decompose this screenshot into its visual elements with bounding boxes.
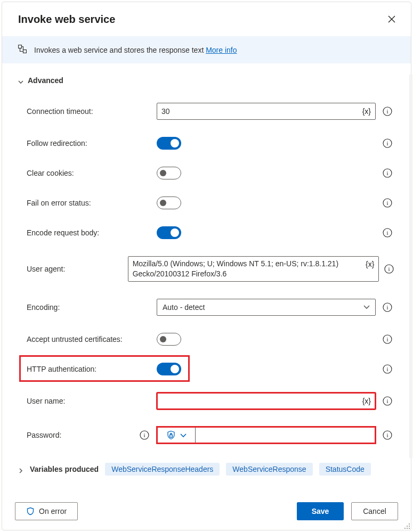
info-icon[interactable]: i (383, 198, 392, 208)
row-follow-redirection: Follow redirection: i (18, 128, 395, 158)
insert-variable-button[interactable]: {x} (366, 260, 374, 268)
svg-text:i: i (386, 230, 388, 236)
credential-picker-button[interactable] (157, 427, 195, 444)
row-encoding: Encoding: Auto - detect i (18, 290, 395, 324)
insert-variable-button[interactable]: {x} (362, 397, 371, 405)
accept-untrusted-certificates-label: Accept untrusted certificates: (27, 335, 123, 343)
svg-rect-0 (19, 45, 22, 48)
svg-text:i: i (386, 170, 388, 176)
info-banner: Invokes a web service and stores the res… (2, 36, 411, 63)
password-input[interactable] (195, 427, 376, 444)
variables-produced-label[interactable]: Variables produced (30, 465, 99, 473)
clear-cookies-toggle[interactable] (157, 167, 181, 179)
close-icon (388, 15, 395, 23)
invoke-web-service-dialog: Invoke web service Invokes a web service… (2, 2, 411, 530)
row-encode-request-body: Encode request body: i (18, 218, 395, 248)
svg-text:i: i (386, 366, 388, 372)
fail-on-error-status-label: Fail on error status: (27, 199, 91, 207)
row-accept-untrusted-certificates: Accept untrusted certificates: i (18, 324, 395, 354)
svg-text:i: i (386, 108, 388, 114)
svg-text:i: i (386, 200, 388, 206)
save-button[interactable]: Save (297, 502, 344, 520)
user-name-input[interactable]: {x} (157, 392, 376, 410)
row-user-agent: User agent: Mozilla/5.0 (Windows; U; Win… (18, 248, 395, 290)
advanced-section-header[interactable]: Advanced (18, 76, 395, 85)
clear-cookies-label: Clear cookies: (27, 169, 74, 177)
row-password: Password: i i (18, 418, 395, 452)
more-info-link[interactable]: More info (206, 46, 237, 54)
resize-grip[interactable] (403, 522, 410, 529)
info-icon[interactable]: i (383, 228, 392, 238)
fail-on-error-status-toggle[interactable] (157, 197, 181, 209)
cancel-button[interactable]: Cancel (351, 502, 398, 520)
encoding-select[interactable]: Auto - detect (157, 299, 376, 316)
svg-rect-1 (23, 50, 27, 53)
variable-pill[interactable]: WebServiceResponseHeaders (105, 463, 220, 476)
encode-request-body-toggle[interactable] (157, 226, 181, 239)
svg-rect-24 (169, 435, 172, 438)
password-input-group (157, 427, 376, 444)
row-http-authentication: HTTP authentication: i (18, 354, 395, 384)
http-authentication-toggle[interactable] (157, 363, 181, 375)
user-agent-label: User agent: (27, 265, 65, 273)
shield-lock-icon (166, 430, 176, 440)
accept-untrusted-certificates-toggle[interactable] (157, 333, 181, 346)
svg-text:i: i (388, 266, 390, 272)
info-icon[interactable]: i (383, 430, 392, 440)
connection-timeout-input[interactable]: 30 {x} (157, 103, 376, 120)
info-icon[interactable]: i (383, 168, 392, 178)
svg-text:i: i (386, 398, 388, 404)
connection-timeout-label: Connection timeout: (27, 107, 93, 116)
chevron-down-icon (363, 303, 370, 312)
advanced-label: Advanced (28, 76, 63, 85)
dialog-footer: On error Save Cancel (2, 493, 411, 530)
info-icon[interactable]: i (383, 364, 392, 374)
row-clear-cookies: Clear cookies: i (18, 158, 395, 188)
banner-description: Invokes a web service and stores the res… (34, 46, 237, 54)
info-icon[interactable]: i (384, 264, 394, 274)
shield-icon (26, 507, 35, 515)
variables-produced-section: Variables produced WebServiceResponseHea… (18, 463, 395, 476)
row-user-name: User name: {x} i (18, 384, 395, 418)
user-agent-input[interactable]: Mozilla/5.0 (Windows; U; Windows NT 5.1;… (128, 256, 379, 282)
chevron-down-icon (180, 432, 187, 438)
http-authentication-label: HTTP authentication: (27, 365, 96, 373)
variable-pill[interactable]: StatusCode (319, 463, 371, 476)
variable-pill[interactable]: WebServiceResponse (226, 463, 312, 476)
chevron-down-icon (18, 78, 23, 83)
encoding-label: Encoding: (27, 303, 60, 312)
password-label: Password: (27, 431, 61, 439)
svg-text:i: i (143, 432, 145, 438)
encoding-value: Auto - detect (163, 303, 205, 312)
on-error-button[interactable]: On error (15, 502, 78, 520)
info-icon[interactable]: i (383, 302, 392, 312)
insert-variable-button[interactable]: {x} (362, 107, 371, 116)
svg-text:i: i (386, 304, 388, 310)
dialog-title: Invoke web service (18, 13, 115, 26)
svg-text:i: i (386, 336, 388, 342)
row-fail-on-error-status: Fail on error status: i (18, 188, 395, 218)
info-icon[interactable]: i (140, 430, 149, 440)
info-icon[interactable]: i (383, 396, 392, 406)
encode-request-body-label: Encode request body: (27, 228, 99, 237)
info-icon[interactable]: i (383, 107, 392, 116)
dialog-header: Invoke web service (2, 2, 411, 36)
scrollbar-track[interactable] (409, 75, 411, 458)
close-button[interactable] (384, 12, 399, 27)
follow-redirection-label: Follow redirection: (27, 139, 87, 148)
info-icon[interactable]: i (383, 334, 392, 344)
row-connection-timeout: Connection timeout: 30 {x} i (18, 94, 395, 128)
web-service-icon (18, 45, 27, 55)
info-icon[interactable]: i (383, 138, 392, 148)
follow-redirection-toggle[interactable] (157, 137, 181, 150)
svg-text:i: i (386, 432, 388, 438)
dialog-body: Advanced Connection timeout: 30 {x} i Fo… (2, 63, 411, 493)
chevron-right-icon[interactable] (18, 466, 23, 472)
user-name-label: User name: (27, 397, 65, 405)
svg-text:i: i (386, 140, 388, 146)
